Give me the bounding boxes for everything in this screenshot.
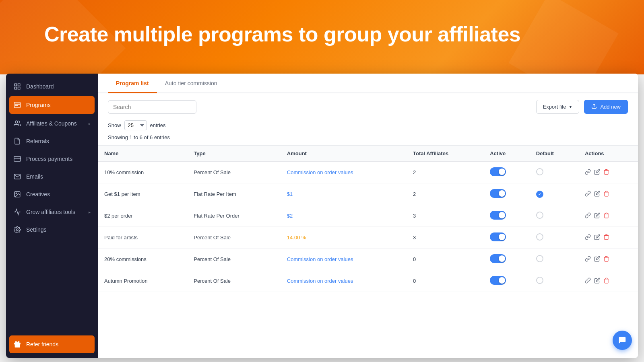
link-icon[interactable] [585, 278, 591, 285]
edit-icon[interactable] [594, 256, 600, 263]
radio-default[interactable] [536, 233, 543, 241]
link-icon[interactable] [585, 169, 591, 176]
entries-label: entries [150, 122, 166, 128]
tab-auto-tier-commission[interactable]: Auto tier commission [157, 74, 225, 93]
sidebar-item-process-payments[interactable]: Process payments [6, 150, 98, 168]
toggle-active[interactable] [490, 167, 506, 176]
export-button[interactable]: Export file ▼ [536, 100, 580, 114]
action-icons [585, 234, 632, 241]
cell-type: Percent Of Sale [187, 249, 281, 270]
link-icon[interactable] [585, 212, 591, 220]
toggle-active[interactable] [490, 232, 506, 241]
main-content: Program list Auto tier commission Export… [98, 74, 638, 358]
cell-amount[interactable]: Commission on order values [281, 162, 407, 183]
sidebar-item-emails[interactable]: Emails [6, 168, 98, 185]
showing-text: Showing 1 to 6 of 6 entries [98, 134, 638, 145]
cell-actions [578, 162, 638, 183]
table-row: 20% commissionsPercent Of SaleCommission… [98, 249, 638, 270]
svg-point-9 [16, 193, 17, 193]
cell-amount[interactable]: Commission on order values [281, 249, 407, 270]
cell-total-affiliates: 3 [407, 227, 483, 249]
cell-amount[interactable]: Commission on order values [281, 270, 407, 292]
sidebar-label-dashboard: Dashboard [26, 83, 91, 90]
sidebar-item-settings[interactable]: Settings [6, 221, 98, 239]
cell-default[interactable] [530, 227, 578, 249]
entries-select[interactable]: 25 50 100 [124, 120, 147, 130]
cell-active[interactable] [483, 270, 530, 292]
link-icon[interactable] [585, 234, 591, 241]
toggle-active[interactable] [490, 211, 506, 220]
cell-active[interactable] [483, 227, 530, 249]
action-icons [585, 212, 632, 220]
edit-icon[interactable] [594, 278, 600, 285]
cell-amount[interactable]: $2 [281, 205, 407, 227]
delete-icon[interactable] [603, 256, 609, 263]
cell-amount[interactable]: $1 [281, 183, 407, 205]
sidebar-item-affiliates[interactable]: Affiliates & Coupons ▸ [6, 115, 98, 132]
delete-icon[interactable] [603, 169, 609, 176]
delete-icon[interactable] [603, 234, 609, 241]
add-new-icon [591, 103, 597, 110]
cell-active[interactable] [483, 249, 530, 270]
cell-default[interactable]: ✓ [530, 183, 578, 205]
sidebar-label-emails: Emails [26, 173, 91, 180]
radio-default[interactable] [536, 168, 543, 175]
cell-active[interactable] [483, 183, 530, 205]
link-icon[interactable] [585, 191, 591, 198]
radio-default[interactable] [536, 212, 543, 219]
show-entries-row: Show 25 50 100 entries [98, 120, 638, 134]
svg-rect-6 [14, 156, 21, 161]
edit-icon[interactable] [594, 234, 600, 241]
delete-icon[interactable] [603, 212, 609, 220]
sidebar-item-grow-affiliates[interactable]: Grow affiliates tools ▸ [6, 203, 98, 221]
search-input[interactable] [108, 100, 196, 114]
chat-button[interactable] [613, 331, 632, 350]
sidebar-item-creatives[interactable]: Creatives [6, 185, 98, 203]
edit-icon[interactable] [594, 191, 600, 198]
tab-program-list[interactable]: Program list [108, 74, 157, 93]
emails-icon [13, 173, 21, 181]
sidebar-item-dashboard[interactable]: Dashboard [6, 78, 98, 95]
sidebar-item-refer-friends[interactable]: Refer friends [9, 335, 95, 353]
cell-default[interactable] [530, 162, 578, 183]
edit-icon[interactable] [594, 212, 600, 220]
cell-total-affiliates: 2 [407, 183, 483, 205]
programs-icon [13, 101, 21, 109]
sidebar-label-refer-friends: Refer friends [26, 341, 91, 348]
cell-actions [578, 227, 638, 249]
delete-icon[interactable] [603, 278, 609, 285]
toggle-active[interactable] [490, 254, 506, 263]
cell-name: $2 per order [98, 205, 187, 227]
cell-active[interactable] [483, 205, 530, 227]
radio-default[interactable] [536, 255, 543, 262]
cell-default[interactable] [530, 270, 578, 292]
col-type: Type [187, 146, 281, 162]
toggle-active[interactable] [490, 276, 506, 285]
add-new-label: Add new [600, 104, 621, 110]
action-icons [585, 256, 632, 263]
sidebar: Dashboard Programs Affiliates & Coupons … [6, 74, 98, 358]
table-wrapper: Name Type Amount Total Affiliates Active… [98, 145, 638, 292]
sidebar-item-programs[interactable]: Programs [9, 96, 95, 114]
svg-rect-3 [18, 87, 20, 89]
radio-default[interactable] [536, 277, 543, 284]
cell-amount: 14.00 % [281, 227, 407, 249]
grow-affiliates-chevron-icon: ▸ [89, 210, 91, 214]
sidebar-label-affiliates: Affiliates & Coupons [26, 120, 84, 127]
cell-default[interactable] [530, 249, 578, 270]
cell-active[interactable] [483, 162, 530, 183]
delete-icon[interactable] [603, 191, 609, 198]
toggle-active[interactable] [490, 189, 506, 198]
content-area: Program list Auto tier commission Export… [98, 74, 638, 358]
link-icon[interactable] [585, 256, 591, 263]
show-label: Show [108, 122, 121, 128]
cell-default[interactable] [530, 205, 578, 227]
radio-default[interactable]: ✓ [536, 191, 543, 198]
table-row: 10% commissionPercent Of SaleCommission … [98, 162, 638, 183]
svg-rect-1 [18, 84, 20, 86]
add-new-button[interactable]: Add new [584, 100, 628, 114]
table-row: $2 per orderFlat Rate Per Order$23 [98, 205, 638, 227]
sidebar-item-referrals[interactable]: Referrals [6, 132, 98, 150]
edit-icon[interactable] [594, 169, 600, 176]
action-icons [585, 169, 632, 176]
